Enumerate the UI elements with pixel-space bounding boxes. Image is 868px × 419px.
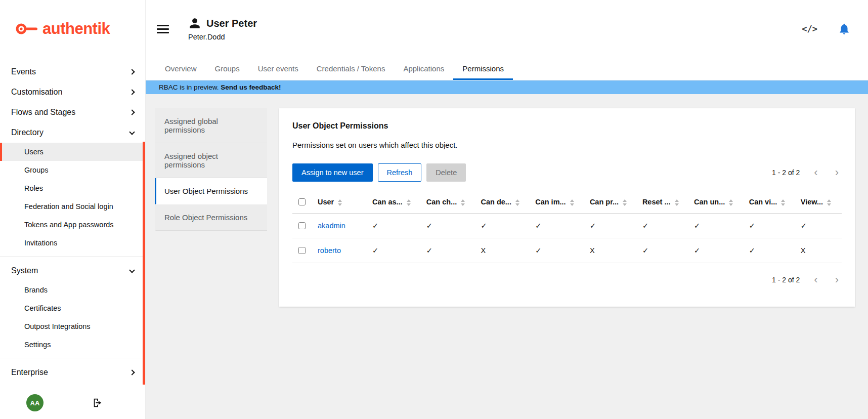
authentik-logo[interactable]: authentik (0, 0, 145, 58)
feedback-link[interactable]: Send us feedback! (221, 83, 281, 91)
sidebar-item-enterprise[interactable]: Enterprise (0, 362, 145, 383)
permission-cell: ✓ (422, 238, 477, 263)
sidebar-item-certificates[interactable]: Certificates (0, 299, 145, 317)
column-header-user[interactable]: User (314, 191, 368, 214)
sort-icon[interactable] (675, 199, 679, 206)
subnav-label: Role Object Permissions (164, 213, 247, 222)
column-header-view[interactable]: View... (797, 191, 842, 214)
select-all-checkbox[interactable] (298, 198, 306, 205)
sidebar-item-tokens-and-app-passwords[interactable]: Tokens and App passwords (0, 216, 145, 234)
sidebar-item-label: Groups (24, 166, 49, 174)
notifications-bell-icon[interactable] (838, 22, 851, 35)
sidebar-divider (0, 358, 145, 358)
pagination-next-icon[interactable]: › (832, 274, 842, 285)
subnav-label: Assigned global permissions (164, 117, 218, 134)
tab-label: Permissions (462, 64, 504, 73)
sort-icon[interactable] (827, 199, 832, 206)
sidebar-item-directory[interactable]: Directory (0, 122, 145, 143)
column-header-can-pr[interactable]: Can pr... (586, 191, 638, 214)
page-title: User Peter (206, 18, 257, 29)
table-header-row: User Can as... Can ch... Can de... Can i… (292, 191, 842, 214)
sidebar-item-outpost-integrations[interactable]: Outpost Integrations (0, 317, 145, 336)
column-header-can-de[interactable]: Can de... (476, 191, 531, 214)
delete-button[interactable]: Delete (426, 163, 466, 182)
sort-icon[interactable] (461, 199, 465, 206)
chevron-right-icon (129, 109, 135, 115)
tab-permissions[interactable]: Permissions (453, 58, 513, 80)
avatar[interactable]: AA (26, 394, 44, 411)
column-label: Can un... (694, 198, 725, 206)
tab-label: Applications (403, 64, 444, 73)
sort-icon[interactable] (781, 199, 786, 206)
row-checkbox[interactable] (298, 247, 306, 254)
column-header-can-as[interactable]: Can as... (368, 191, 422, 214)
tab-overview[interactable]: Overview (156, 58, 206, 80)
sidebar-item-system[interactable]: System (0, 261, 145, 281)
user-object-permissions-card: User Object Permissions Permissions set … (279, 108, 855, 307)
subnav-role-object-permissions[interactable]: Role Object Permissions (155, 204, 267, 231)
pagination-prev-icon[interactable]: ‹ (811, 167, 820, 178)
sort-icon[interactable] (623, 199, 627, 206)
pagination-bottom: 1 - 2 of 2 ‹ › (292, 274, 842, 285)
sort-icon[interactable] (515, 199, 520, 206)
user-link[interactable]: roberto (318, 246, 341, 255)
column-label: Can im... (535, 198, 566, 206)
api-code-icon[interactable]: </> (802, 24, 817, 34)
tab-groups[interactable]: Groups (206, 58, 249, 80)
logout-button[interactable] (92, 397, 103, 408)
sidebar-item-settings[interactable]: Settings (0, 336, 145, 354)
permission-cell: ✓ (745, 214, 797, 238)
chevron-right-icon (129, 369, 135, 375)
hamburger-menu-icon[interactable] (157, 23, 169, 35)
chevron-down-icon (129, 129, 135, 135)
sidebar-item-events[interactable]: Events (0, 62, 145, 82)
subnav-user-object-permissions[interactable]: User Object Permissions (155, 178, 267, 204)
sidebar-item-users[interactable]: Users (0, 143, 145, 161)
sidebar-item-roles[interactable]: Roles (0, 179, 145, 197)
sort-icon[interactable] (729, 199, 733, 206)
sidebar-item-groups[interactable]: Groups (0, 161, 145, 179)
sidebar-item-flows-and-stages[interactable]: Flows and Stages (0, 102, 145, 122)
chevron-right-icon (129, 69, 135, 74)
tab-applications[interactable]: Applications (394, 58, 453, 80)
sort-icon[interactable] (570, 199, 575, 206)
column-header-can-im[interactable]: Can im... (531, 191, 586, 214)
banner-text: RBAC is in preview. (159, 83, 219, 91)
logout-icon (92, 397, 103, 408)
sidebar-scrollbar[interactable] (143, 142, 145, 385)
subnav-assigned-object-permissions[interactable]: Assigned object permissions (155, 143, 267, 178)
top-bar: User Peter Peter.Dodd </> (146, 0, 868, 58)
tab-credentials-tokens[interactable]: Credentials / Tokens (308, 58, 395, 80)
sidebar-item-invitations[interactable]: Invitations (0, 234, 145, 252)
column-label: Can ch... (426, 198, 457, 206)
sidebar-item-brands[interactable]: Brands (0, 281, 145, 299)
pagination-label: 1 - 2 of 2 (772, 169, 800, 177)
sidebar-item-federation-and-social-login[interactable]: Federation and Social login (0, 197, 145, 216)
column-header-reset[interactable]: Reset ... (638, 191, 690, 214)
sort-icon[interactable] (407, 199, 411, 206)
sidebar-item-label: Users (24, 148, 44, 156)
content-area: Assigned global permissions Assigned obj… (146, 94, 868, 419)
subnav-assigned-global-permissions[interactable]: Assigned global permissions (155, 108, 267, 143)
tab-user-events[interactable]: User events (249, 58, 308, 80)
user-icon (188, 17, 201, 30)
chevron-down-icon (129, 267, 135, 273)
sort-icon[interactable] (338, 199, 342, 206)
refresh-button[interactable]: Refresh (378, 163, 422, 182)
permission-cell: ✓ (531, 214, 586, 238)
permission-cell: X (476, 238, 531, 263)
main-area: User Peter Peter.Dodd </> Overview Group… (146, 0, 868, 419)
assign-to-new-user-button[interactable]: Assign to new user (292, 163, 373, 182)
user-link[interactable]: akadmin (318, 222, 345, 230)
column-header-can-ch[interactable]: Can ch... (422, 191, 477, 214)
sidebar-item-customisation[interactable]: Customisation (0, 82, 145, 102)
table-toolbar: Assign to new user Refresh Delete 1 - 2 … (292, 163, 842, 182)
column-header-can-vi[interactable]: Can vi... (745, 191, 797, 214)
row-checkbox[interactable] (298, 222, 306, 229)
sidebar: authentik Events Customisation Flows and… (0, 0, 146, 419)
pagination-prev-icon[interactable]: ‹ (811, 274, 820, 285)
tab-label: Credentials / Tokens (317, 64, 385, 73)
pagination-next-icon[interactable]: › (832, 167, 842, 178)
column-label: Reset ... (642, 198, 671, 206)
column-header-can-un[interactable]: Can un... (690, 191, 745, 214)
